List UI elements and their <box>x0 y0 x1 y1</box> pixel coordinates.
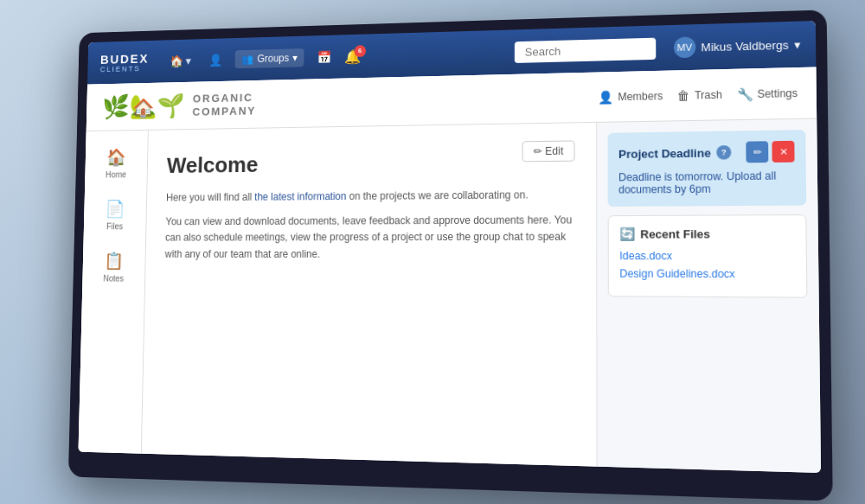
file-link-0[interactable]: Ideas.docx <box>619 249 795 262</box>
notification-bell[interactable]: 🔔 6 <box>344 48 361 64</box>
files-header: 🔄 Recent Files <box>619 226 794 240</box>
brand-sub: CLIENTS <box>100 63 150 73</box>
deadline-card: Project Deadline ? ✏ ✕ Deadline is tomor… <box>608 130 807 207</box>
welcome-area: ✏ Edit Welcome Here you will find all th… <box>142 122 598 466</box>
groups-dropdown[interactable]: 👥 Groups ▾ <box>235 48 304 68</box>
file-link-1[interactable]: Design Guidelines.docx <box>619 267 795 280</box>
avatar: MV <box>674 36 695 58</box>
main-content: 🌿🏡🌱 ORGANIC COMPANY 👤 Members 🗑 <box>78 67 821 472</box>
deadline-header: Project Deadline ? ✏ ✕ <box>618 140 795 163</box>
user-name: Mikus Valdbergs <box>701 37 788 53</box>
profile-nav-btn[interactable]: 👤 <box>204 49 227 70</box>
trash-btn[interactable]: 🗑 Trash <box>677 87 722 102</box>
sidebar: 🏠 Home 📄 Files 📋 Notes <box>78 130 148 453</box>
brand-name: BUDEX <box>100 51 150 65</box>
company-name: ORGANIC COMPANY <box>192 91 256 118</box>
deadline-close-btn[interactable]: ✕ <box>772 140 794 162</box>
monitor: BUDEX CLIENTS 🏠 ▾ 👤 👥 Groups ▾ 📅 🔔 6 <box>68 10 833 501</box>
files-icon: 📄 <box>105 198 125 218</box>
notes-icon: 📋 <box>104 251 124 271</box>
deadline-edit-btn[interactable]: ✏ <box>746 141 768 163</box>
sidebar-label-files: Files <box>106 221 123 231</box>
organic-logo-icon: 🌿🏡🌱 <box>102 92 185 120</box>
right-panel: Project Deadline ? ✏ ✕ Deadline is tomor… <box>597 118 821 472</box>
welcome-para-2: You can view and download documents, lea… <box>165 212 575 263</box>
groups-chevron: ▾ <box>292 52 298 64</box>
company-actions: 👤 Members 🗑 Trash 🔧 Settings <box>599 86 798 104</box>
recent-files-card: 🔄 Recent Files Ideas.docx Design Guideli… <box>608 214 808 298</box>
members-icon: 👤 <box>599 89 614 103</box>
user-chevron-icon: ▾ <box>794 37 801 51</box>
home-nav-btn[interactable]: 🏠 ▾ <box>164 50 196 71</box>
company-logo: 🌿🏡🌱 ORGANIC COMPANY <box>102 90 257 120</box>
deadline-text: Deadline is tomorrow. Upload all documen… <box>618 169 795 196</box>
settings-icon: 🔧 <box>737 86 753 101</box>
sidebar-label-home: Home <box>106 169 126 179</box>
sidebar-item-home[interactable]: 🏠 Home <box>85 138 148 188</box>
deadline-actions: ✏ ✕ <box>746 140 794 163</box>
deadline-badge: ? <box>716 144 731 159</box>
brand-logo: BUDEX CLIENTS <box>100 51 150 73</box>
groups-label: Groups <box>257 52 289 64</box>
company-area: 🌿🏡🌱 ORGANIC COMPANY 👤 Members 🗑 <box>78 67 821 472</box>
settings-btn[interactable]: 🔧 Settings <box>737 86 798 101</box>
content-layout: 🏠 Home 📄 Files 📋 Notes <box>78 118 821 472</box>
notification-badge: 6 <box>354 44 366 56</box>
main-panel: ✏ Edit Welcome Here you will find all th… <box>142 118 821 472</box>
search-input[interactable] <box>515 37 656 62</box>
sidebar-item-files[interactable]: 📄 Files <box>84 190 147 239</box>
calendar-nav-btn[interactable]: 📅 <box>311 47 336 67</box>
sidebar-item-notes[interactable]: 📋 Notes <box>82 242 145 291</box>
screen: BUDEX CLIENTS 🏠 ▾ 👤 👥 Groups ▾ 📅 🔔 6 <box>78 21 821 473</box>
trash-icon: 🗑 <box>677 87 690 102</box>
recent-files-icon: 🔄 <box>619 226 635 240</box>
sidebar-label-notes: Notes <box>103 273 124 283</box>
welcome-title: Welcome <box>167 147 575 178</box>
deadline-title: Project Deadline ? <box>618 144 731 160</box>
groups-icon: 👥 <box>241 53 253 65</box>
latest-info-link[interactable]: the latest information <box>254 190 346 202</box>
user-menu[interactable]: MV Mikus Valdbergs ▾ <box>674 33 801 57</box>
home-icon: 🏠 <box>106 147 126 167</box>
welcome-para-1: Here you will find all the latest inform… <box>166 186 575 205</box>
edit-button[interactable]: ✏ Edit <box>522 140 575 162</box>
members-btn[interactable]: 👤 Members <box>599 88 663 104</box>
nav-icons: 🏠 ▾ 👤 👥 Groups ▾ 📅 🔔 6 <box>164 41 504 71</box>
